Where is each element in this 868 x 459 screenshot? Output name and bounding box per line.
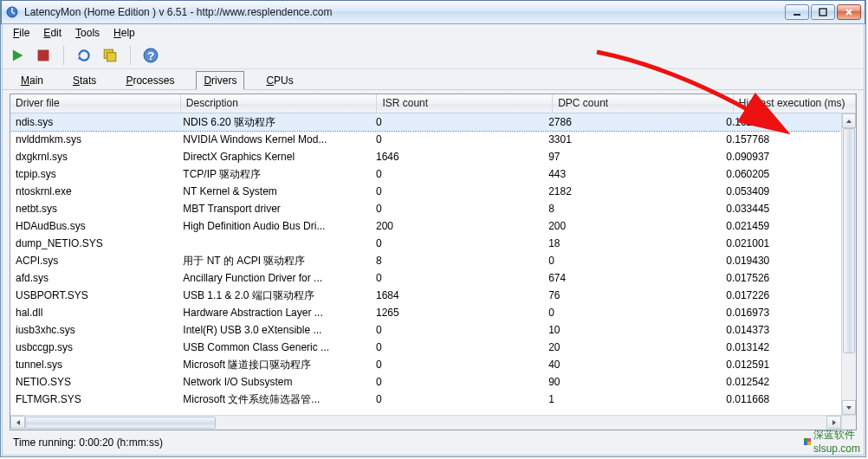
table-row[interactable]: NETIO.SYSNetwork I/O Subsystem0900.01254…: [10, 373, 841, 391]
menu-edit[interactable]: Edit: [38, 26, 67, 40]
table-row[interactable]: tunnel.sysMicrosoft 隧道接口驱动程序0400.012591: [10, 356, 841, 373]
table-row[interactable]: HDAudBus.sysHigh Definition Audio Bus Dr…: [10, 217, 841, 235]
app-window: LatencyMon (Home Edition ) v 6.51 - http…: [0, 0, 866, 457]
cell-dpc: 200: [543, 218, 721, 234]
status-bar: Time running: 0:00:20 (h:mm:ss): [10, 434, 857, 451]
table-row[interactable]: tcpip.sysTCP/IP 驱动程序04430.060205: [10, 165, 841, 183]
cell-dpc: 8: [543, 201, 721, 217]
table-row[interactable]: hal.dllHardware Abstraction Layer ...126…: [10, 304, 841, 321]
play-icon[interactable]: [10, 48, 25, 63]
cell-file: ntoskrnl.exe: [10, 184, 178, 199]
cell-dpc: 0: [543, 253, 721, 268]
tab-drivers[interactable]: Drivers: [196, 71, 244, 90]
cell-hi: 0.162918: [721, 114, 841, 130]
cell-desc: High Definition Audio Bus Dri...: [178, 218, 371, 234]
col-driver-file[interactable]: Driver file: [10, 94, 181, 113]
table-row[interactable]: usbccgp.sysUSB Common Class Generic ...0…: [10, 339, 841, 356]
cell-desc: DirectX Graphics Kernel: [178, 149, 371, 165]
cell-file: ndis.sys: [10, 114, 178, 130]
cell-dpc: 40: [543, 357, 721, 372]
toolbar: ?: [3, 42, 864, 69]
cell-desc: NT Kernel & System: [178, 184, 371, 199]
cell-hi: 0.157768: [721, 132, 841, 147]
svg-marker-5: [78, 55, 82, 60]
svg-marker-13: [832, 420, 836, 425]
cell-dpc: 10: [543, 322, 721, 338]
horizontal-scrollbar[interactable]: [10, 415, 841, 430]
cell-file: usbccgp.sys: [10, 339, 178, 355]
cell-hi: 0.012542: [721, 374, 841, 390]
cell-file: HDAudBus.sys: [10, 218, 178, 234]
cell-hi: 0.019430: [721, 253, 841, 268]
menu-help[interactable]: Help: [108, 26, 140, 40]
table-row[interactable]: USBPORT.SYSUSB 1.1 & 2.0 端口驱动程序1684760.0…: [10, 287, 841, 304]
tab-processes[interactable]: Processes: [118, 71, 182, 90]
menu-tools[interactable]: Tools: [70, 26, 105, 40]
cell-isr: 0: [371, 391, 543, 407]
minimize-button[interactable]: [785, 4, 809, 20]
table-row[interactable]: nvlddmkm.sysNVIDIA Windows Kernel Mod...…: [10, 131, 841, 148]
vertical-scrollbar[interactable]: [841, 113, 856, 415]
scroll-left-button[interactable]: [10, 416, 25, 429]
cell-hi: 0.021459: [721, 218, 841, 234]
cell-isr: 1684: [371, 288, 543, 303]
table-row[interactable]: dump_NETIO.SYS0180.021001: [10, 235, 841, 252]
cell-dpc: 0: [543, 305, 721, 320]
menu-bar: File Edit Tools Help: [3, 24, 864, 42]
cell-file: USBPORT.SYS: [10, 288, 178, 303]
svg-rect-1: [794, 14, 800, 16]
watermark-text: 深蓝软件slsup.com: [813, 428, 860, 455]
scroll-down-button[interactable]: [842, 400, 856, 415]
status-text: Time running: 0:00:20 (h:mm:ss): [13, 436, 163, 449]
cell-hi: 0.012591: [721, 357, 841, 372]
table-row[interactable]: iusb3xhc.sysIntel(R) USB 3.0 eXtensible …: [10, 321, 841, 339]
table-row[interactable]: ndis.sysNDIS 6.20 驱动程序027860.162918: [10, 113, 841, 131]
scroll-thumb-h[interactable]: [25, 417, 216, 429]
svg-marker-12: [16, 420, 20, 425]
cell-hi: 0.013142: [721, 339, 841, 355]
svg-text:?: ?: [147, 48, 154, 61]
col-description[interactable]: Description: [181, 94, 378, 113]
cell-dpc: 20: [543, 339, 721, 355]
cell-isr: 200: [371, 218, 543, 234]
col-dpc-count[interactable]: DPC count: [553, 94, 734, 113]
table-row[interactable]: ntoskrnl.exeNT Kernel & System021820.053…: [10, 183, 841, 200]
col-highest-exec[interactable]: Highest execution (ms): [734, 94, 856, 113]
scroll-up-button[interactable]: [842, 113, 856, 128]
stop-icon[interactable]: [36, 48, 51, 63]
close-button[interactable]: [837, 4, 861, 20]
watermark: 深蓝软件slsup.com: [804, 428, 860, 455]
table-row[interactable]: afd.sysAncillary Function Driver for ...…: [10, 269, 841, 287]
watermark-icon: [804, 438, 811, 445]
table-row[interactable]: FLTMGR.SYSMicrosoft 文件系统筛选器管...010.01166…: [10, 391, 841, 408]
title-bar[interactable]: LatencyMon (Home Edition ) v 6.51 - http…: [1, 0, 865, 24]
scroll-thumb-v[interactable]: [843, 128, 855, 353]
cell-dpc: 97: [543, 149, 721, 165]
table-row[interactable]: netbt.sysMBT Transport driver080.033445: [10, 200, 841, 217]
cell-dpc: 90: [543, 374, 721, 390]
refresh-icon[interactable]: [76, 48, 92, 63]
tab-main[interactable]: Main: [13, 71, 51, 90]
table-row[interactable]: ACPI.sys用于 NT 的 ACPI 驱动程序800.019430: [10, 252, 841, 269]
scroll-right-button[interactable]: [826, 416, 841, 429]
cell-desc: Network I/O Subsystem: [178, 374, 371, 390]
window-title: LatencyMon (Home Edition ) v 6.51 - http…: [24, 6, 785, 18]
menu-file[interactable]: File: [8, 26, 35, 40]
app-icon: [5, 5, 19, 19]
table-row[interactable]: dxgkrnl.sysDirectX Graphics Kernel164697…: [10, 148, 841, 165]
maximize-button[interactable]: [811, 4, 835, 20]
col-isr-count[interactable]: ISR count: [377, 94, 553, 113]
cell-file: tunnel.sys: [10, 357, 178, 372]
cell-desc: TCP/IP 驱动程序: [178, 165, 371, 184]
toolbar-separator: [63, 46, 64, 65]
tab-stats[interactable]: Stats: [65, 71, 104, 90]
help-icon[interactable]: ?: [143, 48, 159, 63]
svg-rect-7: [107, 52, 116, 61]
tab-cpus[interactable]: CPUs: [258, 71, 301, 90]
cell-isr: 0: [371, 236, 543, 251]
cell-isr: 0: [371, 184, 543, 199]
svg-marker-3: [13, 49, 23, 61]
cell-desc: Ancillary Function Driver for ...: [178, 270, 371, 286]
copy-icon[interactable]: [102, 48, 118, 63]
cell-isr: 0: [371, 270, 543, 286]
